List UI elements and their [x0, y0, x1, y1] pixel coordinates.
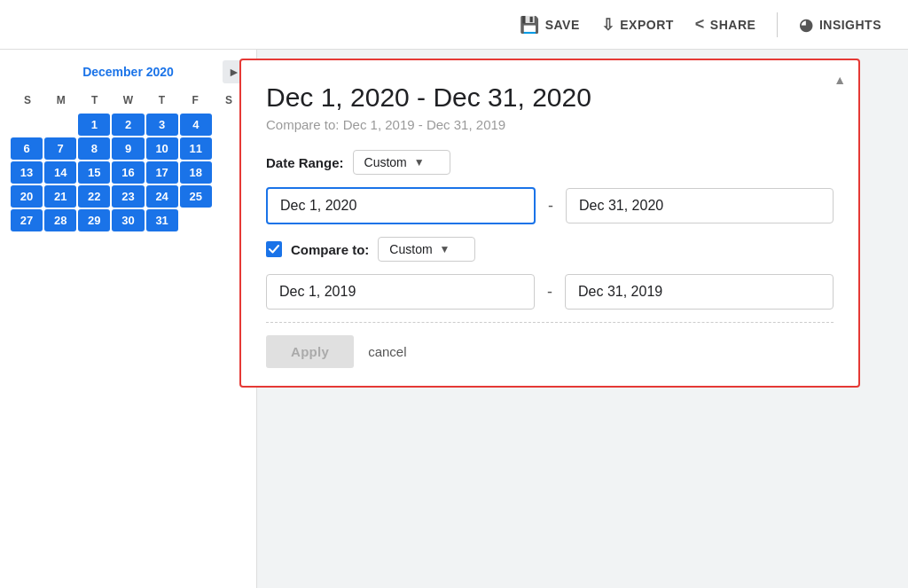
cal-day-13[interactable]: 13: [11, 161, 43, 184]
export-button[interactable]: ⇩ EXPORT: [601, 15, 674, 35]
cal-day-2[interactable]: 2: [112, 114, 144, 136]
date-separator: -: [548, 197, 553, 216]
share-icon: <: [695, 15, 705, 34]
cal-day-empty: [180, 209, 212, 231]
weekday-wed: W: [112, 90, 145, 110]
cal-day-30[interactable]: 30: [112, 209, 144, 231]
weekday-tue: T: [78, 90, 112, 110]
weekday-sun: S: [11, 90, 44, 110]
cal-day-31[interactable]: 31: [146, 209, 178, 231]
cal-day-23[interactable]: 23: [112, 185, 144, 208]
panel-divider: [266, 322, 834, 323]
cancel-button[interactable]: cancel: [368, 344, 406, 359]
insights-icon: ◕: [799, 15, 814, 35]
weekday-thu: T: [145, 90, 178, 110]
main-content: December 2020 ► S M T W T F S 1 2 3 4 6 …: [0, 50, 908, 588]
cal-day-7[interactable]: 7: [44, 137, 76, 160]
chevron-down-icon: ▼: [414, 156, 425, 169]
compare-end-date-input[interactable]: [565, 274, 834, 310]
cal-day-14[interactable]: 14: [44, 161, 76, 184]
toolbar: 💾 SAVE ⇩ EXPORT < SHARE ◕ INSIGHTS: [0, 0, 908, 50]
cal-day-16[interactable]: 16: [112, 161, 144, 184]
compare-date-value: Dec 1, 2019 - Dec 31, 2019: [343, 117, 505, 132]
compare-prefix: Compare to:: [266, 117, 340, 132]
apply-button[interactable]: Apply: [266, 335, 354, 368]
calendar-title: December 2020: [34, 65, 223, 79]
cal-day-22[interactable]: 22: [78, 185, 110, 208]
cal-day-24[interactable]: 24: [146, 185, 178, 208]
compare-dropdown[interactable]: Custom ▼: [378, 237, 475, 262]
cal-day-9[interactable]: 9: [112, 137, 144, 160]
cal-day-15[interactable]: 15: [78, 161, 110, 184]
cal-day-empty: [44, 114, 76, 136]
compare-date-inputs-row: -: [266, 274, 834, 310]
insights-label: INSIGHTS: [819, 18, 881, 32]
date-range-label: Date Range:: [266, 155, 344, 170]
export-label: EXPORT: [620, 18, 674, 32]
weekday-fri: F: [178, 90, 212, 110]
compare-to-row: Compare to: Custom ▼: [266, 237, 834, 262]
date-inputs-row: -: [266, 187, 834, 224]
weekday-mon: M: [44, 90, 78, 110]
cal-day-6[interactable]: 6: [11, 137, 43, 160]
calendar-grid: 1 2 3 4 6 7 8 9 10 11 13 14 15 16 17 18 …: [11, 114, 246, 231]
save-icon: 💾: [520, 15, 540, 35]
cal-day-20[interactable]: 20: [11, 185, 43, 208]
compare-to-label: Compare to:: [291, 242, 369, 257]
cal-day-25[interactable]: 25: [180, 185, 212, 208]
end-date-input[interactable]: [566, 188, 834, 223]
compare-start-date-input[interactable]: [266, 274, 535, 310]
cal-day-21[interactable]: 21: [44, 185, 76, 208]
calendar-header: December 2020 ►: [11, 60, 246, 83]
cal-day-3[interactable]: 3: [146, 114, 178, 136]
calendar-weekdays: S M T W T F S: [11, 90, 246, 110]
save-button[interactable]: 💾 SAVE: [520, 15, 580, 35]
checkmark-icon: [269, 244, 279, 255]
date-range-row: Date Range: Custom ▼: [266, 150, 834, 175]
cal-day-11[interactable]: 11: [180, 137, 212, 160]
compare-date-separator: -: [547, 283, 552, 302]
cal-day-18[interactable]: 18: [180, 161, 212, 184]
compare-checkbox[interactable]: [266, 241, 282, 257]
panel-main-date: Dec 1, 2020 - Dec 31, 2020: [266, 82, 834, 114]
panel-collapse-button[interactable]: ▲: [834, 73, 846, 87]
toolbar-divider: [777, 12, 778, 37]
cal-day-28[interactable]: 28: [44, 209, 76, 231]
datepicker-panel: ▲ Dec 1, 2020 - Dec 31, 2020 Compare to:…: [239, 59, 860, 388]
cal-day-empty: [11, 114, 43, 136]
cal-day-8[interactable]: 8: [78, 137, 110, 160]
chevron-down-icon-2: ▼: [440, 243, 450, 255]
save-label: SAVE: [545, 18, 580, 32]
cal-day-17[interactable]: 17: [146, 161, 178, 184]
cal-day-27[interactable]: 27: [11, 209, 43, 231]
export-icon: ⇩: [601, 15, 615, 35]
calendar-sidebar: December 2020 ► S M T W T F S 1 2 3 4 6 …: [0, 50, 257, 588]
cal-day-1[interactable]: 1: [78, 114, 110, 136]
insights-button[interactable]: ◕ INSIGHTS: [799, 15, 881, 35]
cal-day-29[interactable]: 29: [78, 209, 110, 231]
cal-day-4[interactable]: 4: [180, 114, 212, 136]
actions-row: Apply cancel: [266, 335, 834, 368]
compare-dropdown-value: Custom: [389, 242, 432, 256]
start-date-input[interactable]: [266, 187, 536, 224]
date-range-dropdown[interactable]: Custom ▼: [353, 150, 450, 175]
date-range-value: Custom: [364, 155, 407, 169]
cal-day-10[interactable]: 10: [146, 137, 178, 160]
share-label: SHARE: [710, 18, 756, 32]
share-button[interactable]: < SHARE: [695, 15, 756, 34]
panel-compare-date: Compare to: Dec 1, 2019 - Dec 31, 2019: [266, 117, 834, 132]
